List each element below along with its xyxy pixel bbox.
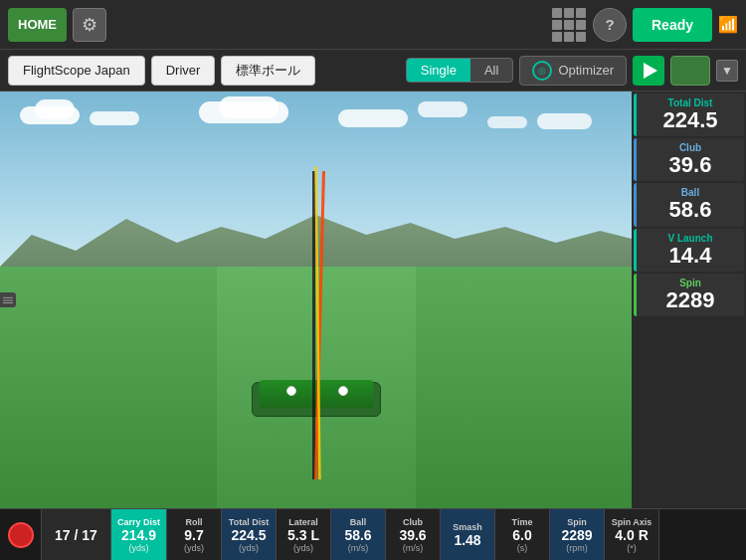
- record-icon: [8, 522, 34, 548]
- home-button[interactable]: HOME: [8, 8, 67, 42]
- stat-cell-8: Spin 2289 (rpm): [550, 509, 605, 560]
- cloud-3: [90, 111, 139, 125]
- dropdown-arrow[interactable]: ▼: [716, 60, 738, 82]
- play-icon: [644, 63, 657, 79]
- stat-value-8: 2289: [561, 527, 592, 543]
- help-button[interactable]: ?: [593, 8, 627, 42]
- left-marker-text: |||: [3, 296, 14, 304]
- stat-value-3: 5.3 L: [287, 527, 319, 543]
- cloud-2: [35, 99, 75, 119]
- main-area: ||| Total Dist 224.5 Club 39.6 Ball 58.6…: [0, 92, 746, 508]
- vlaunch-value: 14.4: [645, 244, 736, 268]
- optimizer-label: Optimizer: [558, 63, 614, 78]
- stat-cell-0: Carry Dist 214.9 (yds): [111, 509, 167, 560]
- stat-unit-7: (s): [517, 543, 528, 553]
- stat-cell-3: Lateral 5.3 L (yds): [277, 509, 331, 560]
- club-value: 39.6: [645, 153, 736, 177]
- spin-card: Spin 2289: [634, 274, 744, 316]
- stat-label-3: Lateral: [288, 517, 318, 527]
- stat-unit-3: (yds): [293, 543, 313, 553]
- stat-cell-4: Ball 58.6 (m/s): [331, 509, 386, 560]
- stat-unit-1: (yds): [184, 543, 204, 553]
- record-button[interactable]: [0, 509, 42, 560]
- stat-cell-2: Total Dist 224.5 (yds): [222, 509, 277, 560]
- subheader: FlightScope Japan Driver 標準ボール Single Al…: [0, 50, 746, 92]
- stat-value-4: 58.6: [344, 527, 371, 543]
- grid-icon[interactable]: [551, 8, 587, 42]
- club-button[interactable]: Driver: [151, 56, 216, 86]
- ball-value: 58.6: [645, 198, 736, 222]
- cloud-9: [537, 113, 592, 129]
- left-marker: |||: [0, 292, 16, 308]
- single-toggle[interactable]: Single: [407, 59, 470, 82]
- tee-mat: [259, 380, 373, 408]
- vlaunch-label: V Launch: [645, 233, 736, 244]
- stat-cell-6: Smash 1.48: [441, 509, 495, 560]
- cloud-6: [338, 109, 408, 127]
- stat-label-5: Club: [403, 517, 423, 527]
- cloud-7: [418, 101, 467, 117]
- ball-left: [286, 386, 296, 396]
- stat-unit-4: (m/s): [348, 543, 369, 553]
- stat-value-9: 4.0 R: [615, 527, 648, 543]
- club-card: Club 39.6: [634, 138, 744, 181]
- ball-button[interactable]: 標準ボール: [221, 56, 315, 86]
- stat-label-4: Ball: [350, 517, 367, 527]
- stat-value-1: 9.7: [184, 527, 203, 543]
- stat-unit-0: (yds): [129, 543, 149, 553]
- all-toggle[interactable]: All: [470, 59, 512, 82]
- stat-value-2: 224.5: [232, 527, 267, 543]
- play-button[interactable]: [633, 56, 664, 86]
- cloud-8: [487, 116, 527, 128]
- stat-label-7: Time: [512, 517, 533, 527]
- side-panel: Total Dist 224.5 Club 39.6 Ball 58.6 V L…: [632, 92, 746, 508]
- stat-unit-2: (yds): [239, 543, 259, 553]
- stat-label-6: Smash: [453, 522, 482, 532]
- optimizer-button[interactable]: ◎ Optimizer: [519, 56, 627, 86]
- stat-unit-5: (m/s): [403, 543, 424, 553]
- stats-container: Carry Dist 214.9 (yds) Roll 9.7 (yds) To…: [111, 509, 746, 560]
- stat-value-7: 6.0: [512, 527, 531, 543]
- stat-value-0: 214.9: [121, 527, 156, 543]
- optimizer-icon: ◎: [532, 61, 552, 81]
- stat-label-9: Spin Axis: [612, 517, 653, 527]
- stat-label-0: Carry Dist: [117, 517, 160, 527]
- shot-mode-toggle: Single All: [406, 58, 514, 83]
- golf-scene: |||: [0, 92, 632, 508]
- stat-cell-9: Spin Axis 4.0 R (*): [605, 509, 659, 560]
- shot-counter: 17 / 17: [42, 509, 111, 560]
- stat-value-5: 39.6: [399, 527, 426, 543]
- ball-card: Ball 58.6: [634, 183, 744, 226]
- ready-button[interactable]: Ready: [633, 8, 712, 42]
- stat-cell-5: Club 39.6 (m/s): [386, 509, 441, 560]
- total-dist-value: 224.5: [645, 108, 736, 132]
- cloud-5: [219, 96, 279, 118]
- stat-label-8: Spin: [567, 517, 587, 527]
- spin-value: 2289: [645, 288, 736, 312]
- stat-cell-1: Roll 9.7 (yds): [167, 509, 222, 560]
- profile-button[interactable]: FlightScope Japan: [8, 56, 145, 86]
- stat-unit-8: (rpm): [566, 543, 588, 553]
- vlaunch-card: V Launch 14.4: [634, 229, 744, 272]
- total-dist-card: Total Dist 224.5: [634, 93, 744, 136]
- stat-label-2: Total Dist: [229, 517, 269, 527]
- ball-right: [338, 386, 348, 396]
- bottom-bar: 17 / 17 Carry Dist 214.9 (yds) Roll 9.7 …: [0, 508, 746, 560]
- stat-label-1: Roll: [186, 517, 203, 527]
- header: HOME ⚙ ? Ready 📶: [0, 0, 746, 50]
- stat-unit-9: (*): [627, 543, 637, 553]
- stat-cell-7: Time 6.0 (s): [495, 509, 550, 560]
- settings-button[interactable]: ⚙: [73, 8, 106, 42]
- green-view-button[interactable]: [670, 56, 710, 86]
- wifi-icon: 📶: [718, 15, 738, 34]
- stat-value-6: 1.48: [454, 532, 480, 548]
